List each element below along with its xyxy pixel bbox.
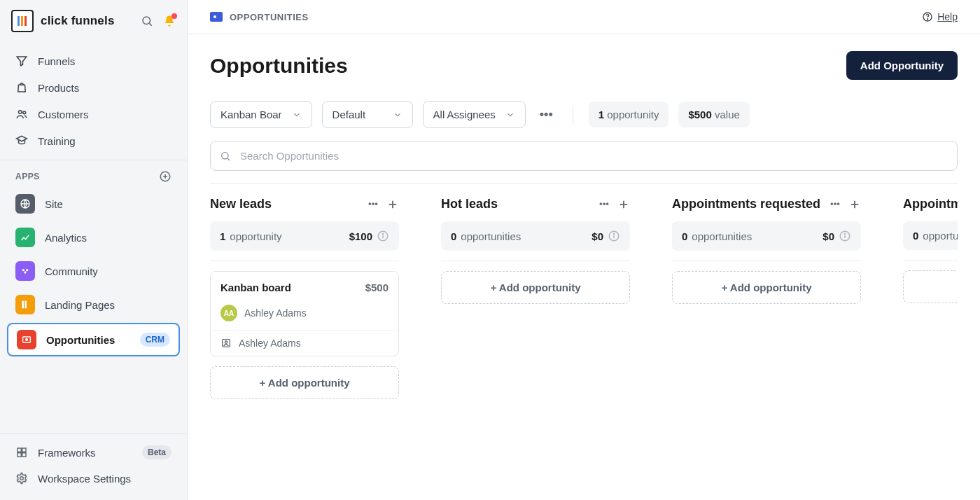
nav-frameworks[interactable]: Frameworks Beta — [7, 440, 180, 465]
svg-line-4 — [149, 23, 151, 25]
app-label: Opportunities — [46, 334, 115, 346]
svg-line-27 — [227, 158, 230, 160]
column-title: Appointments requested — [672, 197, 820, 211]
add-opportunity-row[interactable]: + Add opp — [903, 270, 958, 303]
apps-header-label: APPS — [15, 172, 40, 181]
help-link[interactable]: Help — [922, 11, 958, 22]
svg-point-13 — [24, 271, 26, 273]
info-icon[interactable] — [377, 230, 389, 242]
app-label: Community — [45, 265, 98, 277]
column-menu-button[interactable]: ••• — [830, 199, 840, 209]
svg-rect-14 — [22, 301, 24, 309]
column-summary: 0 opportunities $0 — [441, 221, 630, 251]
notifications-icon[interactable] — [163, 15, 176, 27]
column-summary: 0 opportunities $0 — [672, 221, 861, 251]
kanban-column-new-leads: New leads ••• 1 opportunity $100 Kanban … — [210, 197, 399, 399]
assignee-select[interactable]: All Assignees — [423, 101, 526, 128]
preset-select[interactable]: Default — [322, 101, 413, 128]
kanban-column-appointments-confirmed: Appointments co 0 opportunities + Add op… — [903, 197, 958, 399]
svg-point-23 — [214, 15, 216, 18]
column-title: Hot leads — [441, 197, 498, 211]
kanban-board: New leads ••• 1 opportunity $100 Kanban … — [210, 183, 958, 399]
breadcrumb-label: OPPORTUNITIES — [230, 12, 309, 22]
svg-point-5 — [19, 111, 22, 114]
svg-point-12 — [26, 269, 28, 271]
app-label: Landing Pages — [45, 299, 115, 311]
gear-icon — [15, 472, 28, 485]
card-contact: Ashley Adams — [239, 338, 301, 349]
summary-value: $0 — [822, 230, 834, 242]
app-opportunities[interactable]: Opportunities CRM — [7, 323, 180, 356]
app-analytics[interactable]: Analytics — [7, 222, 180, 253]
column-title: Appointments co — [903, 197, 958, 211]
svg-point-32 — [382, 233, 383, 234]
nav-label: Funnels — [38, 55, 75, 67]
info-icon[interactable] — [608, 230, 620, 242]
breadcrumb: OPPORTUNITIES — [210, 12, 309, 22]
info-icon[interactable] — [839, 230, 851, 242]
add-opportunity-row[interactable]: + Add opportunity — [672, 271, 861, 304]
training-icon — [15, 134, 28, 147]
summary-count: 0 — [451, 230, 456, 242]
chevron-down-icon — [393, 110, 402, 120]
view-select-label: Kanban Boar — [220, 109, 282, 120]
add-opportunity-button[interactable]: Add Opportunity — [846, 51, 958, 80]
column-summary: 1 opportunity $100 — [210, 221, 399, 251]
column-menu-button[interactable]: ••• — [599, 199, 609, 209]
add-opportunity-row[interactable]: + Add opportunity — [210, 366, 399, 399]
search-icon[interactable] — [141, 15, 153, 27]
svg-point-22 — [20, 477, 24, 480]
app-landing-pages[interactable]: Landing Pages — [7, 289, 180, 320]
column-summary: 0 opportunities — [903, 221, 958, 250]
opportunity-count-pill: 1 opportunity — [589, 102, 669, 127]
topbar: OPPORTUNITIES Help — [188, 0, 980, 34]
notification-dot-icon — [172, 13, 177, 19]
app-community[interactable]: Community — [7, 256, 180, 286]
opportunities-icon — [17, 330, 36, 349]
logo-icon — [11, 10, 34, 32]
nav-label: Workspace Settings — [38, 473, 131, 485]
nav-label: Customers — [38, 109, 89, 120]
svg-rect-19 — [22, 448, 26, 452]
view-select[interactable]: Kanban Boar — [210, 101, 312, 128]
help-label: Help — [937, 11, 958, 22]
nav-training[interactable]: Training — [7, 127, 180, 154]
column-menu-button[interactable]: ••• — [368, 199, 378, 209]
add-app-button[interactable] — [159, 170, 172, 183]
opportunities-breadcrumb-icon — [210, 12, 223, 22]
divider — [903, 260, 958, 261]
svg-point-34 — [225, 341, 227, 343]
more-filters-button[interactable]: ••• — [536, 103, 557, 126]
main: OPPORTUNITIES Help Opportunities Add Opp… — [188, 0, 980, 500]
nav-workspace-settings[interactable]: Workspace Settings — [7, 466, 180, 490]
column-add-button[interactable] — [617, 198, 630, 211]
nav-label: Training — [38, 135, 76, 147]
summary-count-label: opportunities — [692, 230, 752, 242]
divider — [573, 105, 573, 125]
content: Opportunities Add Opportunity Kanban Boa… — [188, 34, 980, 500]
logo-text: click funnels — [41, 14, 115, 28]
nav-funnels[interactable]: Funnels — [7, 48, 180, 74]
community-icon — [15, 261, 35, 281]
column-add-button[interactable] — [386, 198, 399, 211]
card-assignee: Ashley Adams — [244, 307, 307, 319]
add-opportunity-row[interactable]: + Add opportunity — [441, 271, 630, 304]
summary-count: 0 — [913, 230, 918, 242]
assignee-select-label: All Assignees — [433, 109, 496, 120]
value-amount: $500 — [688, 109, 711, 120]
search-wrap — [210, 141, 958, 171]
search-input[interactable] — [210, 141, 958, 171]
summary-count: 1 — [220, 230, 225, 242]
svg-point-6 — [23, 111, 26, 114]
crm-badge: CRM — [140, 333, 170, 347]
sidebar-header: click funnels — [0, 0, 187, 42]
search-icon — [220, 151, 231, 162]
nav-products[interactable]: Products — [7, 74, 180, 101]
opportunity-card[interactable]: Kanban board $500 AA Ashley Adams Ashley… — [210, 271, 399, 356]
svg-rect-21 — [22, 453, 26, 457]
nav-customers[interactable]: Customers — [7, 101, 180, 127]
column-add-button[interactable] — [848, 198, 861, 211]
app-site[interactable]: Site — [7, 188, 180, 219]
card-value: $500 — [365, 282, 388, 293]
apps-section-header: APPS — [0, 170, 187, 183]
